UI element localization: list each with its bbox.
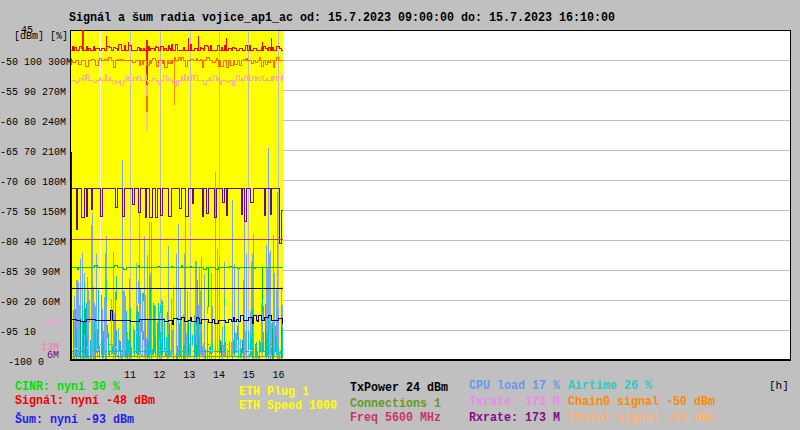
svg-text:-60 80 240M: -60 80 240M	[0, 117, 66, 128]
svg-text:Connections 1: Connections 1	[350, 397, 441, 411]
svg-text:Chain1 signal -53 dBm: Chain1 signal -53 dBm	[568, 411, 715, 425]
svg-text:Freq 5600 MHz: Freq 5600 MHz	[350, 411, 441, 425]
svg-text:13: 13	[183, 370, 195, 381]
svg-text:TxPower 24 dBm: TxPower 24 dBm	[350, 381, 448, 395]
svg-text:ETH Plug 1: ETH Plug 1	[239, 385, 309, 399]
svg-text:-75 50 150M: -75 50 150M	[0, 207, 66, 218]
svg-text:Signál: nyní -48 dBm: Signál: nyní -48 dBm	[15, 394, 155, 408]
svg-text:ETH Speed 1000: ETH Speed 1000	[239, 399, 337, 413]
svg-text:-90 20 60M: -90 20 60M	[0, 297, 60, 308]
svg-text:Šum: nyní -93 dBm: Šum: nyní -93 dBm	[15, 412, 134, 427]
svg-text:6M: 6M	[47, 350, 59, 361]
svg-text:Rxrate: 173 M: Rxrate: 173 M	[469, 411, 560, 425]
svg-text:12: 12	[154, 370, 166, 381]
svg-text:CINR: nyní 30 %: CINR: nyní 30 %	[15, 380, 120, 394]
svg-text:Airtime 26 %: Airtime 26 %	[568, 379, 652, 393]
svg-text:39M: 39M	[41, 317, 59, 328]
svg-text:[dBm] [%]: [dBm] [%]	[14, 31, 68, 42]
svg-text:[h]: [h]	[769, 380, 789, 392]
svg-text:15: 15	[243, 370, 255, 381]
svg-text:-50 100 300M: -50 100 300M	[0, 57, 72, 68]
svg-text:-65 70 210M: -65 70 210M	[0, 147, 66, 158]
svg-text:14: 14	[213, 370, 225, 381]
svg-text:-80 40 120M: -80 40 120M	[0, 237, 66, 248]
svg-text:-85 30 90M: -85 30 90M	[0, 267, 60, 278]
svg-text:-55 90 270M: -55 90 270M	[0, 87, 66, 98]
svg-text:16: 16	[272, 370, 284, 381]
svg-text:Chain0 signal -50 dBm: Chain0 signal -50 dBm	[568, 395, 715, 409]
svg-text:Txrate: 173 M: Txrate: 173 M	[469, 395, 560, 409]
svg-text:-70 60 180M: -70 60 180M	[0, 177, 66, 188]
svg-text:11: 11	[124, 370, 136, 381]
svg-text:-95 10: -95 10	[0, 327, 36, 338]
svg-text:Signál a šum radia vojice_ap1_: Signál a šum radia vojice_ap1_ac od: 15.…	[69, 11, 615, 25]
svg-text:CPU load 17 %: CPU load 17 %	[469, 379, 560, 393]
svg-text:-100 0: -100 0	[8, 357, 44, 368]
